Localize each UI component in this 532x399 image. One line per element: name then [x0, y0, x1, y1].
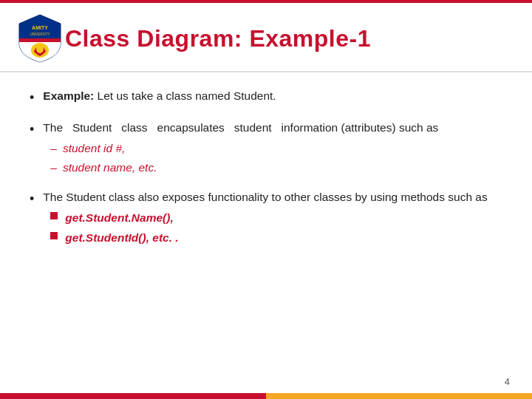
- slide: AMITY UNIVERSITY Class Diagram: Example-…: [0, 0, 532, 399]
- bottom-bar: [0, 393, 532, 399]
- square-item-3-2-text: get.StudentId(), etc. .: [65, 229, 178, 247]
- sub-item-2-1-text: student id #,: [63, 140, 125, 157]
- title-suffix: Example-1: [249, 25, 371, 52]
- square-item-3-2: get.StudentId(), etc. .: [50, 229, 502, 247]
- square-item-3-1-text: get.Student.Name(),: [65, 209, 173, 227]
- bullet-dot-2: •: [30, 120, 34, 140]
- sub-dash-2-2: –: [50, 159, 57, 177]
- bullet-text-1: Example: Let us take a class named Stude…: [43, 87, 502, 105]
- amity-logo: AMITY UNIVERSITY: [15, 13, 65, 64]
- square-item-3-1: get.Student.Name(),: [50, 209, 502, 227]
- slide-title: Class Diagram: Example-1: [65, 25, 371, 52]
- bullet-item-2: • The Student class encapsulates student…: [30, 119, 502, 178]
- bullet-3-text: The Student class also exposes functiona…: [43, 191, 487, 203]
- sub-list-2: – student id #, – student name, etc.: [50, 140, 502, 177]
- svg-text:UNIVERSITY: UNIVERSITY: [30, 33, 50, 36]
- square-bullet-3-2: [50, 232, 58, 239]
- bullet-item-1: • Example: Let us take a class named Stu…: [30, 87, 502, 109]
- svg-text:AMITY: AMITY: [32, 25, 48, 30]
- sub-item-2-1: – student id #,: [50, 140, 502, 157]
- sub-list-3: get.Student.Name(), get.StudentId(), etc…: [50, 209, 502, 247]
- page-number: 4: [505, 376, 510, 387]
- bullet-1-bold: Example:: [43, 89, 94, 102]
- bullet-item-3: • The Student class also exposes functio…: [30, 188, 502, 249]
- content-area: • Example: Let us take a class named Stu…: [0, 80, 532, 267]
- svg-point-6: [36, 44, 44, 53]
- bullet-dot-1: •: [30, 88, 34, 109]
- sub-item-2-2-text: student name, etc.: [63, 159, 157, 177]
- bullet-1-text: Let us take a class named Student.: [94, 89, 276, 102]
- sub-item-2-2: – student name, etc.: [50, 159, 502, 177]
- bullet-text-3: The Student class also exposes functiona…: [43, 188, 502, 249]
- sub-dash-2-1: –: [50, 140, 57, 157]
- bullet-2-text: The Student class encapsulates student i…: [43, 121, 438, 134]
- bullet-text-2: The Student class encapsulates student i…: [43, 119, 502, 178]
- title-prefix: Class Diagram:: [65, 25, 249, 52]
- bullet-dot-3: •: [30, 189, 34, 210]
- square-bullet-3-1: [50, 212, 58, 219]
- top-bar: [0, 0, 532, 3]
- header: AMITY UNIVERSITY Class Diagram: Example-…: [0, 0, 532, 72]
- svg-rect-2: [19, 38, 61, 42]
